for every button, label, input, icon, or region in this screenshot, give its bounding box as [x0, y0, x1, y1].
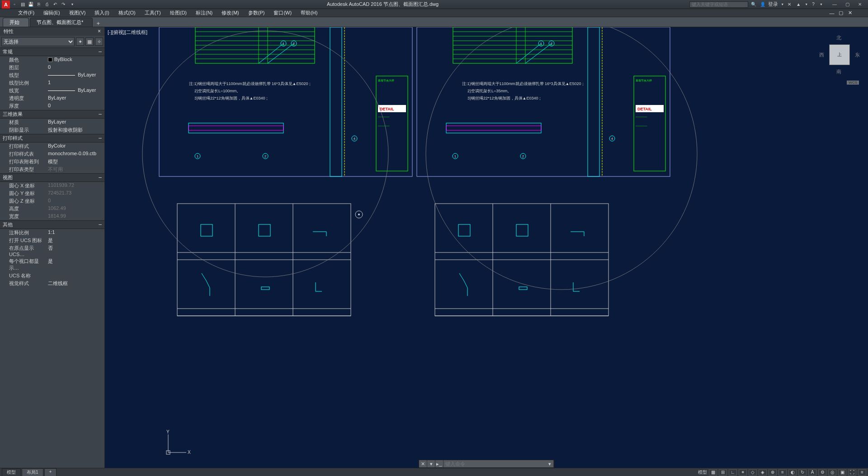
prop-vs-value[interactable]: 二维线框 — [46, 280, 104, 287]
prop-lineweight-value[interactable]: ByLayer — [46, 87, 104, 95]
menu-dimension[interactable]: 标注(N) — [191, 10, 217, 16]
doc-maximize-button[interactable]: ▢ — [836, 10, 845, 17]
prop-psa-value[interactable]: 模型 — [46, 158, 104, 166]
menu-insert[interactable]: 插入(I) — [90, 10, 113, 16]
menu-draw[interactable]: 绘图(D) — [165, 10, 191, 16]
doc-close-button[interactable]: ✕ — [845, 10, 854, 17]
selection-filter-select[interactable]: 无选择 — [1, 37, 75, 46]
maximize-button[interactable]: ▢ — [841, 0, 854, 9]
open-icon[interactable]: ▤ — [19, 1, 26, 8]
quickprops-icon[interactable]: ✦ — [76, 38, 84, 46]
viewcube-east[interactable]: 东 — [855, 52, 860, 58]
redo-icon[interactable]: ↷ — [60, 1, 67, 8]
viewcube-north[interactable]: 北 — [836, 34, 841, 41]
search-icon[interactable]: 🔍 — [750, 1, 757, 8]
osnap-toggle-icon[interactable]: ◇ — [749, 469, 757, 476]
prop-w-value[interactable]: 1814.99 — [46, 213, 104, 220]
tab-file-1[interactable]: 节点图、截面图汇总* — [30, 18, 93, 27]
viewcube-south[interactable]: 南 — [836, 68, 841, 75]
saveas-icon[interactable]: ⎘ — [35, 1, 42, 8]
cycle-toggle-icon[interactable]: ↻ — [798, 469, 807, 476]
qat-dropdown-icon[interactable]: ▼ — [69, 1, 76, 8]
a360-icon[interactable]: ▲ — [795, 1, 802, 8]
prop-vpucs-value[interactable]: 是 — [46, 257, 104, 272]
panel-close-icon[interactable]: × — [98, 28, 101, 35]
layout1-tab[interactable]: 布局1 — [22, 468, 43, 476]
prop-cx-value[interactable]: 1101939.72 — [46, 182, 104, 190]
print-icon[interactable]: ⎙ — [43, 1, 51, 8]
prop-material-value[interactable]: ByLayer — [46, 119, 104, 126]
login-dropdown-icon[interactable]: ▼ — [781, 3, 784, 6]
search-input[interactable] — [689, 1, 748, 8]
isolate-icon[interactable]: ◎ — [828, 469, 836, 476]
snap-toggle-icon[interactable]: ⊞ — [719, 469, 727, 476]
cmdline-close-icon[interactable]: ✕ — [419, 460, 427, 467]
app-logo-icon[interactable]: A — [2, 0, 10, 9]
close-button[interactable]: ✕ — [854, 0, 866, 9]
prop-cy-value[interactable]: 724521.73 — [46, 190, 104, 197]
undo-icon[interactable]: ↶ — [52, 1, 59, 8]
menu-help[interactable]: 帮助(H) — [296, 10, 322, 16]
save-icon[interactable]: 💾 — [27, 1, 34, 8]
viewcube-west[interactable]: 西 — [819, 52, 824, 58]
menu-file[interactable]: 文件(F) — [14, 10, 39, 16]
login-button[interactable]: 登录 — [768, 1, 778, 8]
ortho-toggle-icon[interactable]: ∟ — [729, 469, 737, 476]
polar-toggle-icon[interactable]: ✶ — [739, 469, 747, 476]
prop-thickness-value[interactable]: 0 — [46, 102, 104, 110]
model-tab[interactable]: 模型 — [2, 468, 21, 476]
workspace-icon[interactable]: ⚙ — [818, 469, 826, 476]
menu-parametric[interactable]: 参数(P) — [244, 10, 269, 16]
cmdline-history-icon[interactable]: ▾ — [427, 460, 435, 467]
cat-plot[interactable]: 打印样式– — [0, 134, 104, 143]
prop-ltscale-value[interactable]: 1 — [46, 79, 104, 87]
viewport-label[interactable]: [-][俯视][二维线框] — [108, 29, 147, 36]
prop-cz-value[interactable]: 0 — [46, 197, 104, 205]
new-icon[interactable]: ▫ — [11, 1, 18, 8]
help-dropdown-icon[interactable]: ▼ — [820, 3, 823, 6]
menu-modify[interactable]: 修改(M) — [217, 10, 244, 16]
tab-add-button[interactable]: + — [94, 20, 103, 27]
prop-ps-value[interactable]: ByColor — [46, 143, 104, 150]
viewcube-top-face[interactable]: 上 — [829, 44, 850, 65]
drawing-area[interactable]: [-][俯视][二维线框] 1 — [105, 27, 868, 468]
prop-ann-value[interactable]: 1:1 — [46, 229, 104, 237]
exchange-icon[interactable]: ✕ — [786, 1, 793, 8]
prop-transp-value[interactable]: ByLayer — [46, 95, 104, 102]
cmdline-dropdown-icon[interactable]: ▾ — [546, 460, 554, 467]
prop-ucsicon-value[interactable]: 是 — [46, 237, 104, 244]
menu-edit[interactable]: 编辑(E) — [39, 10, 65, 16]
tab-start[interactable]: 开始 — [3, 18, 29, 27]
prop-h-value[interactable]: 1062.49 — [46, 205, 104, 213]
help-icon[interactable]: ? — [810, 1, 817, 8]
user-icon[interactable]: 👤 — [759, 1, 766, 8]
cat-view[interactable]: 视图– — [0, 173, 104, 182]
minimize-button[interactable]: — — [828, 0, 841, 9]
prop-layer-value[interactable]: 0 — [46, 64, 104, 71]
prop-shadow-value[interactable]: 投射和接收阴影 — [46, 126, 104, 134]
viewcube[interactable]: 北 南 西 东 上 — [819, 34, 860, 75]
menu-view[interactable]: 视图(V) — [65, 10, 90, 16]
cat-general[interactable]: 常规– — [0, 48, 104, 56]
menu-window[interactable]: 窗口(W) — [269, 10, 296, 16]
cat-misc[interactable]: 其他– — [0, 220, 104, 229]
model-label[interactable]: 模型 — [698, 469, 707, 476]
quickselect-icon[interactable]: ✧ — [95, 38, 103, 46]
command-line[interactable]: ✕ ▾ ▸_ ▾ — [419, 460, 554, 468]
prop-color-value[interactable]: ByBlock — [46, 56, 104, 64]
hardware-icon[interactable]: ▣ — [838, 469, 846, 476]
cat-3d-effects[interactable]: 三维效果– — [0, 110, 104, 119]
annoscale-icon[interactable]: A — [808, 469, 816, 476]
wcs-badge[interactable]: WCS — [847, 81, 859, 85]
prop-linetype-value[interactable]: ByLayer — [46, 71, 104, 79]
customize-icon[interactable]: ≡ — [858, 469, 866, 476]
3dosnap-toggle-icon[interactable]: ◈ — [759, 469, 767, 476]
menu-tools[interactable]: 工具(T) — [140, 10, 165, 16]
command-input[interactable] — [443, 461, 546, 466]
menu-format[interactable]: 格式(O) — [114, 10, 140, 16]
add-layout-button[interactable]: + — [44, 468, 57, 476]
prop-pst-value[interactable]: monochrome-0.09.ctb — [46, 150, 104, 158]
transparency-toggle-icon[interactable]: ◐ — [788, 469, 797, 476]
prop-ucsname-value[interactable] — [46, 272, 104, 280]
grid-toggle-icon[interactable]: ▦ — [709, 469, 717, 476]
